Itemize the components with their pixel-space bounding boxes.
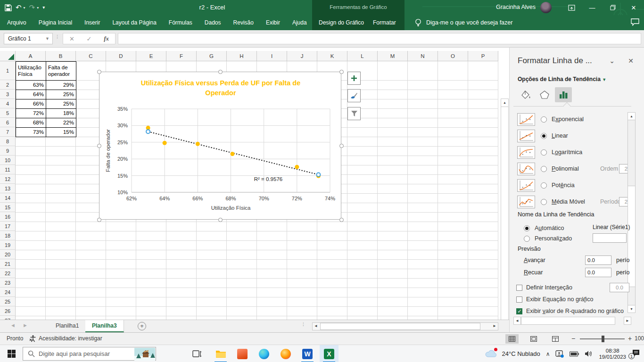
pane-tab-fill-line[interactable]	[517, 87, 534, 102]
column-header-K[interactable]: K	[317, 51, 347, 61]
zoom-level[interactable]: 100%	[635, 335, 644, 342]
pane-tab-effects[interactable]	[536, 87, 553, 102]
pane-tab-trendline-options[interactable]	[555, 87, 572, 102]
status-accessibility[interactable]: Acessibilidade: investigar	[39, 335, 102, 342]
row-header-4[interactable]: 4	[0, 99, 16, 108]
trendline-option-logaritmica[interactable]: Logarítmica	[517, 145, 582, 159]
ribbon-tab-ajuda[interactable]: Ajuda	[286, 15, 313, 30]
pane-checkbox-row-2[interactable]: Exibir valor de R-quadrado no gráfico	[516, 304, 624, 318]
column-header-O[interactable]: O	[438, 51, 468, 61]
cell-B5[interactable]: 18%	[46, 108, 76, 118]
sheet-vertical-scrollbar[interactable]: ▲ ▼	[501, 99, 509, 320]
ribbon-tab-dados[interactable]: Dados	[198, 15, 227, 30]
column-header-A[interactable]: A	[16, 51, 46, 61]
cell-A6[interactable]: 68%	[16, 118, 46, 128]
row-header-9[interactable]: 9	[0, 146, 16, 156]
row-header-18[interactable]: 18	[0, 231, 16, 240]
chart-resize-handle[interactable]	[339, 70, 344, 74]
new-sheet-button[interactable]: +	[138, 322, 146, 330]
cell-A4[interactable]: 66%	[16, 99, 46, 109]
trendline-radio-linear[interactable]	[541, 133, 547, 139]
zoom-out-icon[interactable]: −	[571, 335, 575, 342]
view-normal-button[interactable]	[505, 334, 519, 344]
ribbon-tab-arquivo[interactable]: Arquivo	[1, 15, 33, 30]
row-header-3[interactable]: 3	[0, 90, 16, 99]
cell-B3[interactable]: 25%	[46, 90, 76, 99]
auto-radio[interactable]	[524, 225, 530, 231]
close-button[interactable]: ✕	[623, 0, 644, 15]
sheet-nav-left-icon[interactable]: ◄	[10, 322, 16, 328]
ribbon-tab-exibir[interactable]: Exibir	[260, 15, 286, 30]
hscroll-thumb[interactable]	[320, 323, 480, 330]
pane-scroll-up-icon[interactable]: ▲	[628, 113, 635, 120]
pane-hscroll-thumb[interactable]	[521, 317, 615, 325]
search-highlight-image[interactable]	[134, 348, 155, 361]
word-button[interactable]: W	[298, 345, 317, 362]
cell-B2[interactable]: 29%	[46, 80, 76, 90]
row-header-16[interactable]: 16	[0, 212, 16, 222]
row-header-21[interactable]: 21	[0, 259, 16, 269]
comment-icon[interactable]	[631, 18, 639, 28]
sheet-horizontal-scrollbar[interactable]: ◄ ►	[312, 322, 498, 330]
row-header-22[interactable]: 22	[0, 269, 16, 278]
pane-hscroll-left-icon[interactable]: ◄	[513, 317, 521, 325]
tab-formatar[interactable]: Formatar	[373, 15, 396, 30]
user-name[interactable]: Gracinha Alves	[496, 4, 536, 10]
trendline-radio-logaritmica[interactable]	[541, 149, 547, 156]
chart-resize-handle[interactable]	[97, 70, 101, 74]
cell-A5[interactable]: 72%	[16, 108, 46, 118]
column-header-P[interactable]: P	[468, 51, 498, 61]
sheet-nav-right-icon[interactable]: ►	[23, 322, 28, 328]
cell-A3[interactable]: 64%	[16, 90, 46, 99]
row-header-24[interactable]: 24	[0, 288, 16, 297]
pane-scroll-down-icon[interactable]: ▼	[628, 305, 635, 313]
weather-text[interactable]: 24°C Nublado	[502, 350, 540, 357]
forecast-backward-input[interactable]: 0.0	[585, 268, 611, 277]
column-header-D[interactable]: D	[106, 51, 136, 61]
row-header-5[interactable]: 5	[0, 108, 16, 118]
column-header-J[interactable]: J	[287, 51, 317, 61]
custom-name-input[interactable]	[593, 233, 627, 243]
tellme-box[interactable]: Diga-me o que você deseja fazer	[415, 15, 512, 30]
teams-tray-icon[interactable]	[555, 350, 564, 358]
select-all-corner[interactable]	[0, 51, 16, 61]
chart-resize-handle[interactable]	[97, 144, 101, 148]
row-header-11[interactable]: 11	[0, 165, 16, 174]
row-header-20[interactable]: 20	[0, 250, 16, 259]
pane-close-icon[interactable]: ✕	[628, 57, 634, 65]
excel-button[interactable]: X	[320, 345, 339, 362]
column-header-E[interactable]: E	[136, 51, 166, 61]
chart-elements-button[interactable]	[347, 72, 361, 85]
cell-B4[interactable]: 25%	[46, 99, 76, 109]
tray-expand-icon[interactable]: ∧	[546, 351, 550, 357]
trendline-option-potencia[interactable]: Potência	[517, 178, 575, 192]
view-page-layout-button[interactable]	[527, 334, 540, 344]
column-header-H[interactable]: H	[227, 51, 257, 61]
column-header-F[interactable]: F	[166, 51, 197, 61]
notification-center-icon[interactable]: 1	[632, 349, 640, 358]
row-header-10[interactable]: 10	[0, 156, 16, 165]
column-header-N[interactable]: N	[408, 51, 438, 61]
ribbon-tab-revisão[interactable]: Revisão	[227, 15, 260, 30]
cell-B6[interactable]: 22%	[46, 118, 76, 128]
sheet-tab-planilha1[interactable]: Planilha1	[49, 320, 86, 332]
edge-button[interactable]	[255, 345, 273, 362]
customize-qat-icon[interactable]: ▾	[42, 2, 45, 13]
trendline-option-media-movel[interactable]: Média MóvelPeríodo2	[517, 195, 585, 209]
start-button[interactable]	[0, 345, 23, 362]
clock[interactable]: 08:38 19/01/2023	[599, 348, 626, 360]
view-page-break-button[interactable]	[549, 334, 562, 344]
hscroll-left-icon[interactable]: ◄	[314, 324, 318, 328]
row-header-2[interactable]: 2	[0, 80, 16, 90]
trendline-option-exponencial[interactable]: Exponencial	[517, 112, 584, 126]
forecast-forward-input[interactable]: 0.0	[585, 255, 611, 265]
cell-A7[interactable]: 73%	[16, 127, 46, 137]
tab-design-do-grafico[interactable]: Design do Gráfico	[319, 15, 364, 30]
taskbar-search[interactable]: Digite aqui para pesquisar	[23, 347, 156, 361]
ribbon-tab-fórmulas[interactable]: Fórmulas	[163, 15, 198, 30]
row-header-19[interactable]: 19	[0, 240, 16, 250]
undo-menu-icon[interactable]: ▾	[24, 6, 25, 10]
insert-function-icon[interactable]: fx	[104, 35, 109, 42]
chart-resize-handle[interactable]	[339, 218, 344, 222]
chart-resize-handle[interactable]	[339, 144, 344, 148]
